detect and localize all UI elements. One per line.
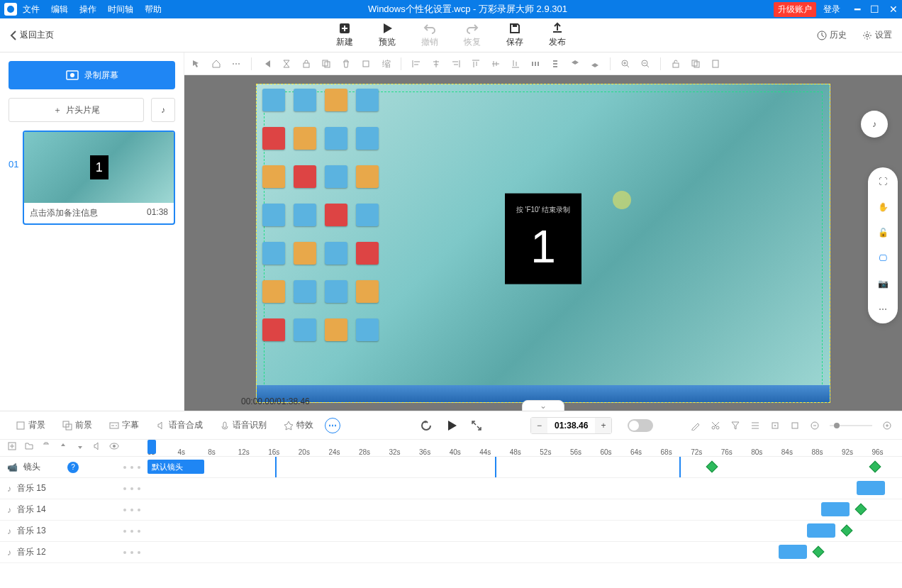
replay-button[interactable] xyxy=(420,419,433,432)
minimize-button[interactable]: ━ xyxy=(854,4,860,15)
zoom-in-tl-icon[interactable] xyxy=(882,421,892,431)
menu-action[interactable]: 操作 xyxy=(79,4,96,16)
align-right-icon[interactable] xyxy=(451,59,461,69)
audio-clip[interactable] xyxy=(807,523,835,538)
hourglass-icon[interactable] xyxy=(282,59,291,69)
audio-clip[interactable] xyxy=(857,481,885,495)
folder-icon[interactable] xyxy=(24,441,34,451)
crop-icon[interactable] xyxy=(361,59,371,69)
font-icon[interactable]: 缩 xyxy=(381,59,391,69)
delete-track-icon[interactable] xyxy=(41,441,51,451)
visible-icon[interactable] xyxy=(109,441,119,451)
menu-help[interactable]: 帮助 xyxy=(145,4,162,16)
layer-up-icon[interactable] xyxy=(570,59,580,69)
duplicate-icon[interactable] xyxy=(691,59,701,69)
dist-v-icon[interactable] xyxy=(550,59,560,69)
more-tabs-button[interactable]: ⋯ xyxy=(325,418,340,433)
undo-button[interactable]: 撤销 xyxy=(421,22,438,48)
login-button[interactable]: 登录 xyxy=(823,4,840,16)
maximize-button[interactable]: ☐ xyxy=(870,4,879,15)
keyframe[interactable] xyxy=(855,504,867,516)
move-down-icon[interactable] xyxy=(75,441,85,451)
more-icon[interactable] xyxy=(231,59,241,69)
back-button[interactable]: 返回主页 xyxy=(10,29,54,41)
mute-icon[interactable] xyxy=(92,441,102,451)
tab-effect[interactable]: 特效 xyxy=(278,416,319,434)
time-plus[interactable]: + xyxy=(595,418,611,433)
layer-down-icon[interactable] xyxy=(590,59,600,69)
audio-clip[interactable] xyxy=(821,502,850,516)
tab-asr[interactable]: 语音识别 xyxy=(214,416,272,434)
tab-foreground[interactable]: 前景 xyxy=(57,416,98,434)
paste-icon[interactable] xyxy=(711,59,720,69)
zoom-in-icon[interactable] xyxy=(620,59,630,69)
redo-button[interactable]: 恢复 xyxy=(464,22,481,48)
add-slide-button[interactable]: ＋ 片头片尾 xyxy=(9,98,144,122)
skip-start-icon[interactable] xyxy=(262,59,272,69)
marker-icon[interactable] xyxy=(770,421,780,431)
align-top-icon[interactable] xyxy=(471,59,481,69)
play-button[interactable] xyxy=(445,419,458,432)
menu-edit[interactable]: 编辑 xyxy=(51,4,68,16)
align-left-icon[interactable] xyxy=(411,59,421,69)
keyframe[interactable] xyxy=(813,546,825,558)
save-button[interactable]: 保存 xyxy=(506,22,523,48)
music-button[interactable]: ♪ xyxy=(151,98,175,122)
clip-thumbnail[interactable]: 点击添加备注信息 01:38 xyxy=(23,131,175,225)
lock-icon[interactable] xyxy=(301,59,311,69)
close-button[interactable]: ✕ xyxy=(889,4,898,15)
record-button[interactable]: 录制屏幕 xyxy=(9,61,175,89)
snap-toggle[interactable] xyxy=(628,419,653,432)
align-middle-icon[interactable] xyxy=(491,59,501,69)
fullscreen-tool[interactable]: ⛶ xyxy=(876,174,890,189)
align-bottom-icon[interactable] xyxy=(511,59,520,69)
zoom-slider[interactable] xyxy=(830,421,872,431)
cut-icon[interactable] xyxy=(711,421,720,431)
screen-tool[interactable]: 🖵 xyxy=(876,251,890,265)
upgrade-button[interactable]: 升级账户 xyxy=(774,2,816,17)
preview-button[interactable]: 预览 xyxy=(379,22,396,48)
tab-background[interactable]: 背景 xyxy=(10,416,51,434)
copy-icon[interactable] xyxy=(321,59,331,69)
dist-h-icon[interactable] xyxy=(530,59,540,69)
hand-tool[interactable]: ✋ xyxy=(876,200,890,214)
shot-clip[interactable]: 默认镜头 xyxy=(147,460,204,474)
keyframe[interactable] xyxy=(841,525,853,537)
time-value[interactable]: 01:38.46 xyxy=(547,418,595,433)
timeline-ruler[interactable]: 0s4s8s12s16s20s24s28s32s36s40s44s48s52s5… xyxy=(0,440,902,457)
new-button[interactable]: 新建 xyxy=(336,22,353,48)
tab-subtitle[interactable]: 字幕 xyxy=(104,416,145,434)
more-tools[interactable]: ⋯ xyxy=(876,302,890,316)
time-minus[interactable]: − xyxy=(531,418,547,433)
float-music-button[interactable]: ♪ xyxy=(861,111,888,138)
collapse-handle[interactable]: ⌄ xyxy=(522,400,564,411)
zoom-out-tl-icon[interactable] xyxy=(810,421,820,431)
home-icon[interactable] xyxy=(211,59,221,69)
list-icon[interactable] xyxy=(750,421,760,431)
keyframe[interactable] xyxy=(869,461,881,473)
preview-screen[interactable]: 按 'F10' 结束录制 1 xyxy=(256,84,830,403)
keyframe[interactable] xyxy=(706,461,718,473)
pointer-icon[interactable] xyxy=(191,59,201,69)
zoom-out-icon[interactable] xyxy=(640,59,650,69)
align-center-icon[interactable] xyxy=(431,59,441,69)
add-track-icon[interactable] xyxy=(7,441,17,451)
thumb-note[interactable]: 点击添加备注信息 xyxy=(30,207,98,219)
unlock-tool[interactable]: 🔓 xyxy=(876,226,890,240)
menu-timeline[interactable]: 时间轴 xyxy=(108,4,133,16)
trash-icon[interactable] xyxy=(341,59,351,69)
filter-icon[interactable] xyxy=(730,421,740,431)
playhead[interactable] xyxy=(147,440,156,454)
tab-tts[interactable]: 语音合成 xyxy=(150,416,208,434)
history-button[interactable]: 历史 xyxy=(817,29,847,41)
help-icon[interactable]: ? xyxy=(67,462,79,473)
move-up-icon[interactable] xyxy=(58,441,68,451)
expand-button[interactable] xyxy=(471,420,482,431)
menu-file[interactable]: 文件 xyxy=(23,4,40,16)
keyframe-icon[interactable] xyxy=(790,421,800,431)
camera-tool[interactable]: 📷 xyxy=(876,277,890,291)
audio-clip[interactable] xyxy=(779,545,807,559)
edit-icon[interactable] xyxy=(691,421,701,431)
track-body[interactable]: 默认镜头 xyxy=(147,457,902,477)
publish-button[interactable]: 发布 xyxy=(549,22,566,48)
